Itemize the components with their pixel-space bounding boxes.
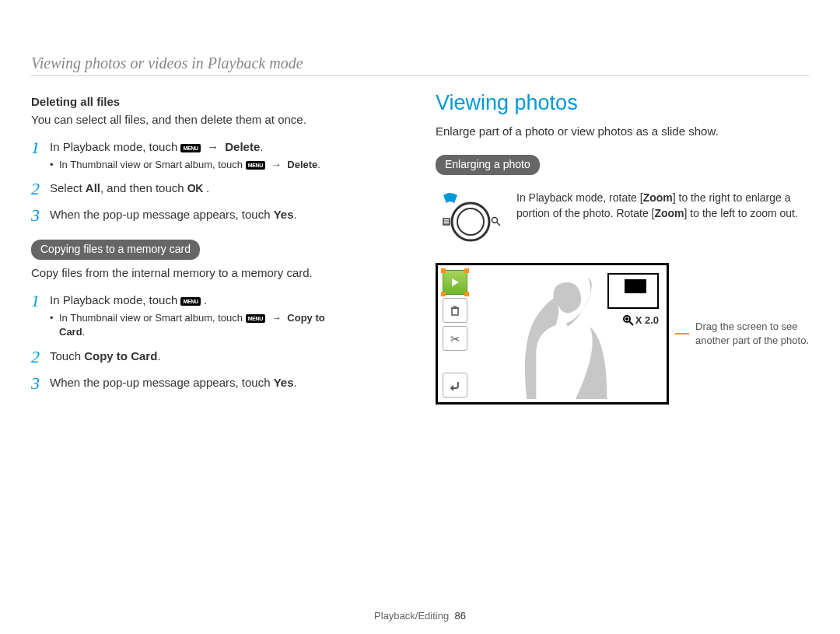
svg-rect-2 xyxy=(443,219,450,225)
step-text: Touch Copy to Card. xyxy=(50,348,404,364)
svg-marker-7 xyxy=(452,278,459,286)
left-column: Deleting all files You can select all fi… xyxy=(31,89,404,405)
menu-icon: MENU xyxy=(246,314,265,323)
viewing-photos-title: Viewing photos xyxy=(436,89,809,118)
arrow-icon: → xyxy=(271,158,282,172)
step-text: When the pop-up message appears, touch Y… xyxy=(50,374,404,391)
camera-screen-illustration: ✂ xyxy=(436,263,669,405)
sub-bullet: In Thumbnail view or Smart album, touch … xyxy=(50,311,404,339)
step-number: 2 xyxy=(31,180,50,198)
ok-icon: OK xyxy=(187,181,203,197)
callout-line xyxy=(675,333,689,335)
step-text: In Playback mode, touch xyxy=(50,293,180,306)
svg-line-12 xyxy=(629,321,633,325)
page-footer: Playback/Editing 86 xyxy=(0,610,840,622)
drag-callout-text: Drag the screen to see another part of t… xyxy=(695,320,809,348)
back-icon xyxy=(443,373,467,398)
arrow-icon: → xyxy=(271,311,282,325)
divider xyxy=(31,75,809,76)
copying-pill: Copying files to a memory card xyxy=(31,240,200,261)
deleting-desc: You can select all files, and then delet… xyxy=(31,111,404,128)
enlarging-pill: Enlarging a photo xyxy=(436,155,540,176)
menu-icon: MENU xyxy=(246,161,265,170)
delete-label: Delete xyxy=(225,140,260,153)
right-column: Viewing photos Enlarge part of a photo o… xyxy=(436,89,809,405)
navigator-box xyxy=(607,273,659,309)
step-number: 1 xyxy=(31,292,50,310)
page-header: Viewing photos or videos in Playback mod… xyxy=(31,54,809,72)
copying-steps: 1 In Playback mode, touch MENU . In Thum… xyxy=(31,292,404,393)
menu-icon: MENU xyxy=(180,297,200,306)
svg-point-5 xyxy=(492,218,498,223)
sub-bullet: In Thumbnail view or Smart album, touch … xyxy=(50,158,404,172)
step-number: 2 xyxy=(31,348,50,366)
arrow-icon: → xyxy=(207,138,219,155)
step-text: In Playback mode, touch xyxy=(50,140,180,153)
trash-icon xyxy=(443,298,467,323)
play-icon xyxy=(443,270,467,295)
zoom-level-label: X 2.0 xyxy=(623,313,659,328)
viewing-desc: Enlarge part of a photo or view photos a… xyxy=(436,123,809,139)
svg-line-6 xyxy=(497,222,500,226)
svg-rect-8 xyxy=(452,308,458,315)
step-text: When the pop-up message appears, touch Y… xyxy=(50,206,404,222)
zoom-dial-illustration xyxy=(436,191,506,249)
svg-point-1 xyxy=(457,208,484,235)
scissors-icon: ✂ xyxy=(443,326,467,351)
step-number: 3 xyxy=(31,206,50,225)
menu-icon: MENU xyxy=(180,144,200,152)
zoom-instruction: In Playback mode, rotate [Zoom] to the r… xyxy=(516,191,809,221)
deleting-steps: 1 In Playback mode, touch MENU → Delete.… xyxy=(31,138,404,226)
step-number: 1 xyxy=(31,138,50,157)
copy-desc: Copy files from the internal memory to a… xyxy=(31,264,404,281)
deleting-all-files-heading: Deleting all files xyxy=(31,93,404,110)
step-number: 3 xyxy=(31,374,50,393)
step-text: Select All, and then touch OK . xyxy=(50,180,404,197)
